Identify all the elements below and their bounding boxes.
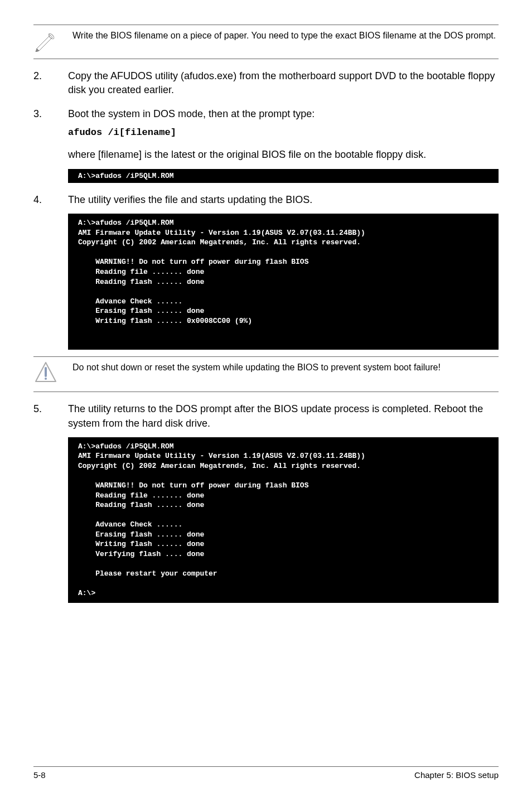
- caution-text: Do not shut down or reset the system whi…: [72, 359, 499, 374]
- step-4: 4. The utility verifies the file and sta…: [33, 193, 499, 207]
- note-text: Write the BIOS filename on a piece of pa…: [72, 27, 499, 42]
- pencil-icon: [33, 27, 72, 54]
- chapter-label: Chapter 5: BIOS setup: [414, 770, 499, 780]
- page-number: 5-8: [33, 770, 46, 780]
- caution-block: Do not shut down or reset the system whi…: [33, 359, 499, 387]
- step-number: 3.: [33, 107, 68, 139]
- page-footer: 5-8 Chapter 5: BIOS setup: [33, 766, 499, 780]
- step-number: 2.: [33, 69, 68, 97]
- code-command: afudos /i[filename]: [68, 126, 499, 139]
- terminal-output-1: A:\>afudos /iP5QLM.ROM: [68, 169, 499, 183]
- terminal-output-2: A:\>afudos /iP5QLM.ROM AMI Firmware Upda…: [68, 214, 499, 350]
- svg-point-2: [45, 378, 47, 380]
- caution-icon: [33, 359, 72, 387]
- step-text: The utility returns to the DOS prompt af…: [68, 402, 499, 430]
- step-3-continuation: where [filename] is the latest or the or…: [68, 148, 499, 162]
- step-3: 3. Boot the system in DOS mode, then at …: [33, 107, 499, 139]
- step-2: 2. Copy the AFUDOS utility (afudos.exe) …: [33, 69, 499, 97]
- step-text: Boot the system in DOS mode, then at the…: [68, 108, 315, 119]
- step-text: Copy the AFUDOS utility (afudos.exe) fro…: [68, 69, 499, 97]
- step-number: 4.: [33, 193, 68, 207]
- note-block: Write the BIOS filename on a piece of pa…: [33, 27, 499, 54]
- step-5: 5. The utility returns to the DOS prompt…: [33, 402, 499, 430]
- step-number: 5.: [33, 402, 68, 430]
- terminal-output-3: A:\>afudos /iP5QLM.ROM AMI Firmware Upda…: [68, 437, 499, 603]
- step-text: The utility verifies the file and starts…: [68, 193, 499, 207]
